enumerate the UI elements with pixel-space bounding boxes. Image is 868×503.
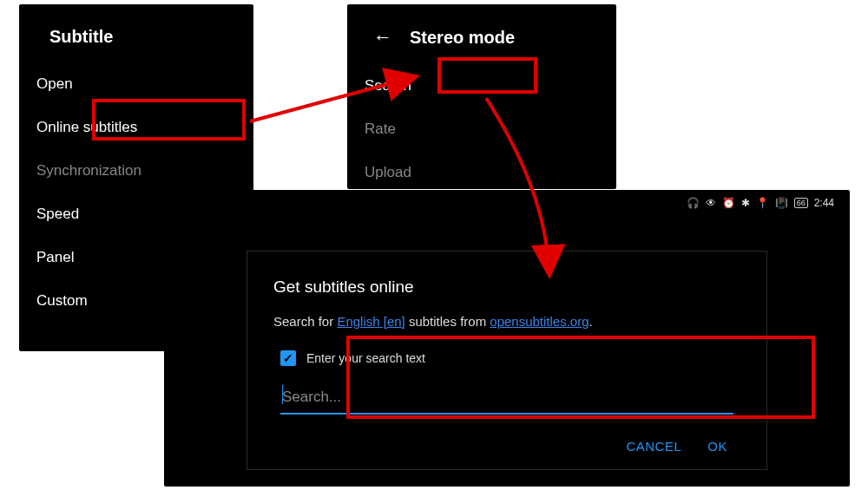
- enter-search-checkbox[interactable]: ✓: [280, 350, 296, 366]
- get-subtitles-dialog: Get subtitles online Search for English …: [247, 251, 767, 470]
- dialog-subtext: Search for English [en] subtitles from o…: [273, 314, 740, 329]
- menu-item-open[interactable]: Open: [19, 62, 253, 106]
- bluetooth-icon: ✱: [741, 197, 750, 209]
- stereo-mode-title: Stereo mode: [410, 28, 515, 48]
- battery-icon: 66: [794, 198, 808, 208]
- ok-button[interactable]: OK: [707, 439, 727, 454]
- menu-item-online-subtitles[interactable]: Online subtitles: [19, 106, 253, 149]
- back-arrow-icon[interactable]: ←: [373, 26, 392, 49]
- headphones-icon: 🎧: [687, 197, 700, 209]
- source-link[interactable]: opensubtitles.org: [490, 314, 589, 329]
- menu-item-search[interactable]: Search: [347, 64, 616, 108]
- subtitle-menu-title: Subtitle: [19, 20, 253, 62]
- dialog-text-searchfor: Search for: [273, 314, 337, 329]
- eye-icon: 👁: [706, 197, 716, 209]
- dialog-text-from: subtitles from: [405, 314, 490, 329]
- location-icon: 📍: [756, 197, 769, 209]
- alarm-icon: ⏰: [722, 197, 735, 209]
- dialog-title: Get subtitles online: [273, 278, 740, 297]
- menu-item-synchronization[interactable]: Synchronization: [19, 149, 253, 193]
- black-patch: [208, 193, 312, 214]
- menu-item-upload[interactable]: Upload: [347, 151, 616, 194]
- language-link[interactable]: English [en]: [337, 314, 404, 329]
- search-dialog-screen: 🎧 👁 ⏰ ✱ 📍 📳 66 2:44 Get subtitles online…: [164, 190, 850, 487]
- checkbox-label: Enter your search text: [306, 351, 425, 365]
- vibrate-icon: 📳: [775, 197, 788, 209]
- cancel-button[interactable]: CANCEL: [626, 439, 681, 454]
- stereo-mode-panel: ← Stereo mode Search Rate Upload: [347, 4, 616, 189]
- status-time: 2:44: [814, 197, 834, 209]
- search-input[interactable]: [280, 383, 733, 415]
- text-cursor: [282, 385, 283, 404]
- menu-item-rate[interactable]: Rate: [347, 108, 616, 151]
